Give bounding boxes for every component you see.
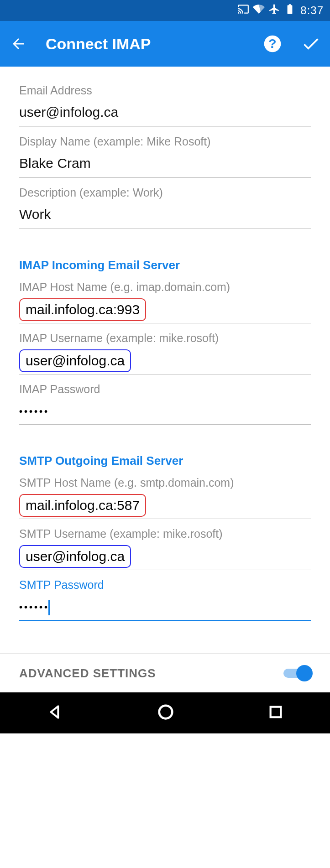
imap-username-label: IMAP Username (example: mike.rosoft) (19, 332, 311, 345)
smtp-username-field-group: SMTP Username (example: mike.rosoft) use… (0, 519, 330, 570)
email-input[interactable] (19, 102, 311, 127)
battery-icon (284, 3, 296, 18)
wifi-icon (253, 3, 265, 18)
description-input[interactable] (19, 204, 311, 229)
imap-password-input[interactable]: •••••• (19, 400, 311, 425)
svg-point-2 (159, 706, 173, 719)
imap-host-input[interactable]: mail.infolog.ca:993 (19, 298, 146, 321)
smtp-password-input[interactable]: •••••• (19, 596, 311, 621)
imap-password-label: IMAP Password (19, 383, 311, 396)
imap-password-field-group: IMAP Password •••••• (0, 374, 330, 425)
system-nav-bar (0, 692, 330, 733)
display-name-label: Display Name (example: Mike Rosoft) (19, 135, 311, 148)
nav-home-button[interactable] (157, 703, 174, 722)
imap-host-label: IMAP Host Name (e.g. imap.domain.com) (19, 281, 311, 294)
imap-form: Email Address Display Name (example: Mik… (0, 67, 330, 692)
help-button[interactable]: ? (262, 34, 283, 54)
svg-text:?: ? (268, 36, 276, 51)
smtp-password-value: •••••• (19, 596, 49, 620)
description-label: Description (example: Work) (19, 186, 311, 199)
description-field-group: Description (example: Work) (0, 178, 330, 229)
app-bar: Connect IMAP ? (0, 21, 330, 67)
back-button[interactable] (9, 35, 27, 53)
advanced-settings-label: ADVANCED SETTINGS (19, 666, 156, 681)
smtp-section-header: SMTP Outgoing Email Server (0, 425, 330, 468)
imap-section-header: IMAP Incoming Email Server (0, 229, 330, 272)
email-field-group: Email Address (0, 76, 330, 127)
display-name-input[interactable] (19, 153, 311, 178)
imap-host-field-group: IMAP Host Name (e.g. imap.domain.com) ma… (0, 272, 330, 323)
status-bar: 8:37 (0, 0, 330, 21)
smtp-password-label: SMTP Password (19, 578, 311, 592)
page-title: Connect IMAP (46, 35, 262, 53)
imap-password-value: •••••• (19, 400, 49, 424)
imap-username-field-group: IMAP Username (example: mike.rosoft) use… (0, 323, 330, 374)
airplane-icon (268, 3, 280, 18)
smtp-host-label: SMTP Host Name (e.g. smtp.domain.com) (19, 476, 311, 489)
nav-recents-button[interactable] (268, 704, 283, 722)
nav-back-button[interactable] (47, 703, 64, 722)
smtp-username-label: SMTP Username (example: mike.rosoft) (19, 527, 311, 541)
advanced-settings-toggle[interactable] (283, 665, 313, 681)
cast-icon (237, 3, 249, 18)
text-caret (48, 600, 50, 615)
status-time: 8:37 (300, 4, 324, 17)
smtp-host-field-group: SMTP Host Name (e.g. smtp.domain.com) ma… (0, 468, 330, 519)
svg-rect-3 (270, 707, 281, 717)
display-name-field-group: Display Name (example: Mike Rosoft) (0, 127, 330, 178)
smtp-username-input[interactable]: user@infolog.ca (19, 545, 131, 568)
email-label: Email Address (19, 84, 311, 97)
imap-username-input[interactable]: user@infolog.ca (19, 349, 131, 372)
smtp-password-field-group: SMTP Password •••••• (0, 570, 330, 621)
confirm-button[interactable] (301, 34, 321, 54)
smtp-host-input[interactable]: mail.infolog.ca:587 (19, 494, 146, 517)
advanced-settings-row[interactable]: ADVANCED SETTINGS (0, 654, 330, 692)
